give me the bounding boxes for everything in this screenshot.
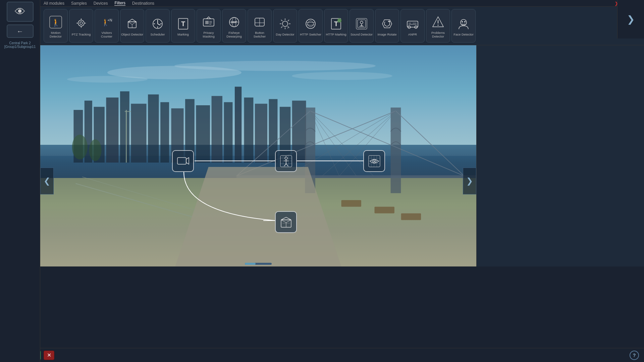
tool-day-detector[interactable]: Day Detector <box>273 9 297 43</box>
tool-http-switcher[interactable]: HTTP Switcher <box>299 9 323 43</box>
nav-arrow-right[interactable]: ❯ <box>463 168 476 194</box>
svg-text:T: T <box>181 20 185 28</box>
svg-rect-113 <box>401 214 421 220</box>
tool-sound-detector[interactable]: Sound Detector <box>350 9 374 43</box>
object-detector-icon <box>124 16 140 32</box>
nav-all-modules[interactable]: All modules <box>44 1 64 6</box>
nav-filters[interactable]: Filters <box>114 1 125 6</box>
svg-text:+N: +N <box>107 18 112 22</box>
nav-devices[interactable]: Devices <box>94 1 108 6</box>
marking-label: Marking <box>177 33 189 36</box>
motion-detector-icon: 🚶 <box>48 14 64 30</box>
http-switcher-label: HTTP Switcher <box>300 33 321 36</box>
object-detector-node[interactable] <box>275 211 297 233</box>
svg-line-132 <box>286 164 288 166</box>
tool-button-switcher[interactable]: Button Switcher <box>248 9 272 43</box>
fisheye-dewarping-icon: 360° <box>226 14 242 30</box>
button-switcher-icon <box>252 14 268 30</box>
camera-node-icon <box>177 155 190 168</box>
motion-detector-node[interactable] <box>275 150 297 172</box>
svg-rect-80 <box>148 95 159 163</box>
scheduler-icon <box>150 16 166 32</box>
http-marking-label: HTTP Marking <box>326 33 346 36</box>
tool-privacy-masking[interactable]: Privacy Masking <box>197 9 221 43</box>
svg-point-66 <box>438 24 439 25</box>
object-node-icon <box>280 216 292 229</box>
toolbar: 🚶 Motion Detector PTZ Tracking 🚶 +N Visi… <box>0 7 644 45</box>
help-button[interactable]: ? <box>630 351 639 360</box>
object-detector-label: Object Detector <box>121 33 143 36</box>
pathway-svg <box>40 167 476 266</box>
preview-node-icon <box>368 155 381 168</box>
day-detector-icon <box>277 16 293 32</box>
svg-line-44 <box>288 20 289 21</box>
privacy-masking-label: Privacy Masking <box>198 31 220 39</box>
sidebar-info: Central Park 2 [Group1/Subgroup11 <box>3 41 37 49</box>
top-nav: All modules Samples Devices Filters Dest… <box>0 0 644 7</box>
remove-button[interactable]: ✕ <box>44 351 54 360</box>
feed-progress-fill <box>245 263 256 265</box>
tool-object-detector[interactable]: Object Detector <box>120 9 144 43</box>
tool-problems-detector[interactable]: Problems Detector <box>426 9 450 43</box>
svg-rect-85 <box>212 96 222 163</box>
tool-visitors-counter[interactable]: 🚶 +N Visitors Counter <box>95 9 119 43</box>
day-detector-label: Day Detector <box>276 33 294 36</box>
svg-line-17 <box>158 24 160 25</box>
svg-point-68 <box>462 21 463 22</box>
tool-ptz-tracking[interactable]: PTZ Tracking <box>69 9 93 43</box>
eye-icon: 👁 <box>15 6 25 18</box>
svg-line-12 <box>128 22 132 24</box>
anpr-icon <box>405 16 421 32</box>
sound-detector-icon <box>354 16 370 32</box>
svg-point-47 <box>306 19 315 28</box>
svg-line-114 <box>76 184 192 217</box>
http-marking-icon: T <box>328 16 344 32</box>
tool-marking[interactable]: T Marking <box>171 9 195 43</box>
svg-point-3 <box>80 22 83 24</box>
eye-button[interactable]: 👁 <box>7 2 34 22</box>
svg-line-144 <box>281 220 286 223</box>
tool-scheduler[interactable]: Scheduler <box>146 9 170 43</box>
svg-point-69 <box>464 21 466 22</box>
svg-rect-86 <box>224 102 233 163</box>
tool-fisheye-dewarping[interactable]: 360° Fisheye Dewarping <box>222 9 246 43</box>
http-switcher-icon <box>303 16 319 32</box>
camera-module-node[interactable] <box>172 150 194 172</box>
svg-point-93 <box>72 135 88 160</box>
svg-point-2 <box>78 20 84 26</box>
svg-point-94 <box>89 139 102 161</box>
svg-point-50 <box>337 18 341 22</box>
nav-destinations[interactable]: Destinations <box>132 1 154 6</box>
problems-detector-icon <box>430 14 446 30</box>
tool-http-marking[interactable]: T HTTP Marking <box>324 9 348 43</box>
tool-motion-detector[interactable]: 🚶 Motion Detector <box>44 9 68 43</box>
nav-arrow-left[interactable]: ❮ <box>40 168 54 194</box>
svg-line-13 <box>132 22 136 24</box>
svg-marker-11 <box>128 19 136 22</box>
preview-module-node[interactable] <box>363 150 385 172</box>
svg-marker-110 <box>175 167 341 266</box>
svg-rect-78 <box>120 91 129 163</box>
remove-icon: ✕ <box>47 352 51 358</box>
toolbar-next-arrow[interactable]: ❯ <box>617 7 644 39</box>
svg-rect-81 <box>160 102 169 163</box>
face-detector-label: Face Detector <box>453 33 474 36</box>
svg-text:🚶: 🚶 <box>51 18 61 27</box>
svg-point-141 <box>374 161 375 162</box>
anpr-label: ANPR <box>408 33 417 36</box>
svg-rect-119 <box>177 158 186 164</box>
svg-marker-25 <box>207 17 211 19</box>
tool-image-rotate[interactable]: Image Rotate <box>375 9 399 43</box>
tool-face-detector[interactable]: Face Detector <box>451 9 476 43</box>
nav-samples[interactable]: Samples <box>71 1 87 6</box>
svg-line-100 <box>236 111 310 176</box>
motion-node-icon <box>280 155 292 168</box>
ptz-tracking-icon <box>73 16 89 32</box>
camera-feed <box>40 45 476 266</box>
visitors-counter-label: Visitors Counter <box>96 31 118 39</box>
svg-rect-58 <box>407 21 418 27</box>
svg-line-45 <box>281 26 282 28</box>
tool-anpr[interactable]: ANPR <box>400 9 425 43</box>
svg-point-71 <box>174 61 376 71</box>
back-arrow-button[interactable]: ← <box>7 24 34 38</box>
